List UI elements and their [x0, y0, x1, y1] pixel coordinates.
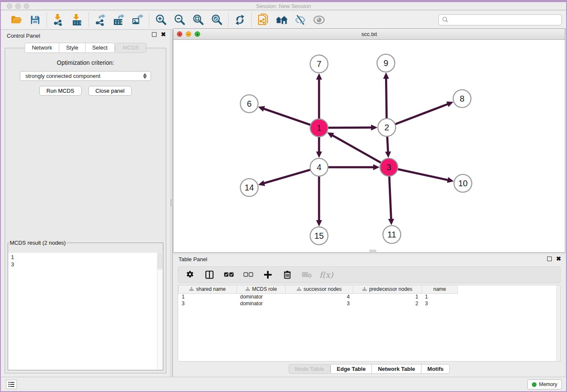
mcds-panel-body: Optimization criterion: strongly connect…	[5, 48, 166, 373]
graph-edge-2-8[interactable]	[395, 104, 449, 124]
graph-edge-arrowhead	[371, 124, 377, 130]
column-header-successor-nodes[interactable]: successor nodes	[286, 285, 353, 293]
table-row[interactable]: 3dominator323	[179, 300, 458, 307]
control-tab-mcds[interactable]: MCDS	[116, 43, 146, 53]
network-canvas[interactable]: 7968124314101511	[173, 40, 565, 252]
search-input[interactable]	[449, 16, 561, 24]
graph-node-label: 6	[247, 99, 251, 108]
column-header-shared-name[interactable]: shared name	[179, 285, 237, 293]
memory-status-icon	[532, 382, 537, 387]
delete-table-icon	[302, 270, 312, 280]
table-cell[interactable]: 3	[179, 300, 237, 307]
graph-edge-arrowhead	[383, 72, 389, 79]
add-column-icon[interactable]	[263, 270, 273, 280]
zoom-fit-icon[interactable]	[192, 14, 204, 26]
graph-edge-4-14[interactable]	[264, 170, 311, 183]
run-mcds-button[interactable]: Run MCDS	[39, 86, 82, 96]
graph-edge-3-11[interactable]	[389, 176, 391, 220]
graph-node-label: 11	[388, 230, 396, 239]
vertical-splitter[interactable]	[170, 30, 173, 377]
select-all-icon[interactable]	[224, 270, 234, 280]
control-tab-style[interactable]: Style	[59, 43, 85, 53]
graph-node-label: 7	[317, 59, 321, 69]
export-table-icon[interactable]	[113, 14, 125, 26]
clone-network-icon[interactable]	[257, 14, 270, 26]
close-table-panel-icon[interactable]: ✖	[556, 257, 561, 261]
mcds-result-scrollbar[interactable]	[157, 253, 162, 370]
export-network-icon[interactable]	[94, 14, 107, 26]
graph-edge-arrowhead	[447, 177, 454, 183]
node-table-header: shared nameMCDS rolesuccessor nodesprede…	[179, 285, 458, 293]
hide-selected-icon[interactable]	[294, 14, 307, 26]
table-cell[interactable]: 2	[353, 300, 422, 307]
table-settings-gear-icon[interactable]	[185, 270, 195, 280]
close-panel-icon[interactable]: ✖	[161, 32, 166, 37]
graph-edge-arrowhead	[388, 219, 394, 225]
node-table[interactable]: shared nameMCDS rolesuccessor nodesprede…	[178, 285, 561, 362]
column-header-name[interactable]: name	[422, 285, 458, 293]
table-panel-title: Table Panel	[179, 256, 207, 262]
control-tab-select[interactable]: Select	[85, 43, 115, 53]
table-cell[interactable]: dominator	[237, 300, 286, 307]
zoom-selected-icon[interactable]	[210, 14, 223, 26]
graph-node-label: 14	[245, 183, 254, 192]
graph-edge-1-2[interactable]	[328, 127, 372, 128]
table-scrollbar[interactable]	[556, 285, 560, 361]
float-panel-icon[interactable]	[152, 32, 157, 37]
close-panel-button[interactable]: Close panel	[88, 86, 132, 96]
graph-edge-2-9[interactable]	[386, 78, 386, 119]
graph-edge-arrowhead	[373, 164, 380, 170]
mcds-result-list[interactable]: 13	[8, 253, 162, 370]
float-table-panel-icon[interactable]	[547, 257, 552, 261]
window-title: Session: New Session	[1, 3, 566, 9]
import-table-icon[interactable]	[71, 14, 83, 26]
optimization-criterion-select[interactable]: strongly connected component	[20, 71, 151, 81]
node-table-grid[interactable]: shared nameMCDS rolesuccessor nodesprede…	[178, 285, 458, 307]
table-cell[interactable]: 1	[353, 293, 422, 300]
show-all-icon[interactable]	[313, 14, 325, 26]
graph-node-label: 10	[458, 179, 468, 188]
column-header-predecessor-nodes[interactable]: predecessor nodes	[353, 285, 422, 293]
export-image-icon[interactable]	[131, 14, 144, 26]
delete-columns-icon[interactable]	[282, 270, 292, 280]
table-cell[interactable]: 4	[286, 293, 353, 300]
zoom-in-icon[interactable]	[154, 14, 167, 26]
graph-edge-3-10[interactable]	[398, 169, 449, 180]
memory-label: Memory	[539, 381, 557, 387]
deselect-all-icon[interactable]	[243, 270, 253, 280]
first-neighbors-icon[interactable]	[275, 14, 288, 26]
select-spinner-icon	[143, 73, 147, 79]
table-cell[interactable]: 1	[422, 293, 458, 300]
control-panel-title: Control Panel	[7, 33, 40, 39]
splitter-handle[interactable]	[171, 199, 173, 206]
optimization-criterion-label: Optimization criterion:	[5, 59, 166, 66]
task-history-button[interactable]	[6, 380, 17, 389]
graph-edge-arrowhead	[316, 152, 322, 158]
refresh-layout-icon[interactable]	[234, 14, 246, 26]
save-session-icon[interactable]	[29, 14, 41, 26]
zoom-out-icon[interactable]	[173, 14, 186, 26]
mcds-result-group: MCDS result (2 nodes) 13	[8, 240, 163, 370]
open-session-icon[interactable]	[10, 14, 23, 26]
table-cell[interactable]: 1	[179, 293, 237, 300]
table-cell[interactable]: 3	[422, 300, 458, 307]
table-cell[interactable]: dominator	[237, 293, 286, 300]
table-tab-node-table[interactable]: Node Table	[289, 364, 330, 374]
network-resize-handle[interactable]	[369, 250, 376, 252]
split-columns-icon[interactable]	[204, 270, 215, 280]
memory-button[interactable]: Memory	[527, 379, 562, 389]
table-tab-network-table[interactable]: Network Table	[372, 364, 421, 374]
control-panel: Control Panel ✖ NetworkStyleSelectMCDS O…	[1, 30, 170, 377]
import-network-icon[interactable]	[52, 14, 65, 26]
search-field[interactable]	[438, 14, 562, 25]
graph-edge-2-3[interactable]	[387, 136, 388, 152]
table-tab-edge-table[interactable]: Edge Table	[330, 364, 372, 374]
table-tab-motifs[interactable]: Motifs	[421, 364, 450, 374]
table-cell[interactable]: 3	[286, 300, 353, 307]
graph-edge-1-6[interactable]	[263, 108, 311, 125]
graph-edge-3-1[interactable]	[332, 135, 381, 163]
graph-edge-arrowhead	[258, 180, 265, 186]
control-tab-network[interactable]: Network	[25, 43, 59, 53]
column-header-MCDS-role[interactable]: MCDS role	[237, 285, 286, 293]
table-row[interactable]: 1dominator411	[179, 293, 458, 300]
